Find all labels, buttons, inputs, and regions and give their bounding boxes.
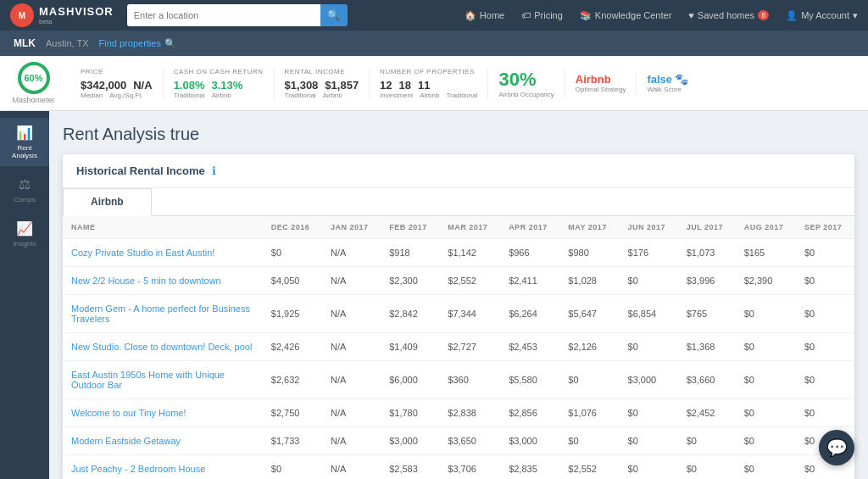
cell-dec2016: $2,750 <box>263 399 322 427</box>
col-sep2017: SEP 2017 <box>796 216 854 239</box>
sidebar-item-rent-analysis[interactable]: 📊 RentAnalysis <box>0 118 49 166</box>
table-container: NAME DEC 2016 JAN 2017 FEB 2017 MAR 2017… <box>63 216 854 479</box>
cell-mar2017: $360 <box>439 361 500 399</box>
search-button[interactable]: 🔍 <box>320 4 348 26</box>
price-label: PRICE <box>81 68 153 75</box>
col-jun2017: JUN 2017 <box>620 216 678 239</box>
cell-mar2017: $1,142 <box>439 239 500 267</box>
logo: M MASHVISOR beta <box>10 3 114 27</box>
optimal-strategy-label: Optimal Strategy <box>576 86 626 93</box>
walk-score-label: Walk Score <box>647 86 694 93</box>
cell-feb2017: $2,842 <box>381 295 439 333</box>
col-may2017: MAY 2017 <box>559 216 619 239</box>
cell-feb2017: $2,583 <box>381 455 439 480</box>
col-aug2017: AUG 2017 <box>736 216 796 239</box>
cell-feb2017: $1,409 <box>381 333 439 361</box>
num-investment-value: 12 <box>380 79 392 92</box>
nav-account[interactable]: 👤 My Account ▾ <box>786 10 858 21</box>
walk-score-value: false 🐾 <box>647 73 694 86</box>
rental-airbnb-value: $1,857 <box>325 79 359 92</box>
airbnb-occ-stat-group: 30% Airbnb Occupancy <box>488 69 565 98</box>
nav-saved[interactable]: ♥ Saved homes 8 <box>688 10 769 20</box>
property-name[interactable]: New Studio. Close to downtown! Deck, poo… <box>63 333 263 361</box>
stats-bar: 60% Mashometer PRICE $342,000 N/A Median… <box>0 56 868 111</box>
cell-dec2016: $0 <box>263 455 322 480</box>
cell-sep2017: $0 <box>796 267 854 295</box>
nav-pricing[interactable]: 🏷 Pricing <box>521 10 563 20</box>
property-name[interactable]: Welcome to our Tiny Home! <box>63 399 263 427</box>
cell-jan2017: N/A <box>322 361 381 399</box>
col-mar2017: MAR 2017 <box>439 216 500 239</box>
cell-mar2017: $2,838 <box>439 399 500 427</box>
search-input[interactable] <box>127 4 320 26</box>
cell-jan2017: N/A <box>322 267 381 295</box>
cell-apr2017: $2,856 <box>500 399 559 427</box>
cell-may2017: $5,647 <box>559 295 619 333</box>
cell-jul2017: $3,996 <box>678 267 736 295</box>
cell-dec2016: $2,426 <box>263 333 322 361</box>
cell-feb2017: $2,300 <box>381 267 439 295</box>
page-title: Rent Analysis true <box>63 125 854 144</box>
info-icon[interactable]: ℹ <box>212 164 216 177</box>
cell-apr2017: $3,000 <box>500 427 559 455</box>
property-name[interactable]: New 2/2 House - 5 min to downtown <box>63 267 263 295</box>
rental-stat-group: RENTAL INCOME $1,308 $1,857 Traditional … <box>275 68 370 99</box>
table-row: New 2/2 House - 5 min to downtown $4,050… <box>63 267 854 295</box>
price-stat-group: PRICE $342,000 N/A Median Avg./Sq.Ft. <box>70 68 164 99</box>
sidebar: 📊 RentAnalysis ⚖ Comps 📈 Insights <box>0 111 49 479</box>
sidebar-insights-label: Insights <box>13 240 36 248</box>
airbnb-occ-label: Airbnb Occupancy <box>498 91 554 98</box>
cell-sep2017: $0 <box>796 239 854 267</box>
coc-airbnb-label: Airbnb <box>212 92 231 99</box>
cell-aug2017: $0 <box>736 427 796 455</box>
historical-table: NAME DEC 2016 JAN 2017 FEB 2017 MAR 2017… <box>63 216 854 479</box>
property-name[interactable]: Just Peachy - 2 Bedroom House <box>63 455 263 480</box>
tab-airbnb[interactable]: Airbnb <box>63 188 152 216</box>
coc-stat-group: CASH ON CASH RETURN 1.08% 3.13% Traditio… <box>164 68 275 99</box>
property-name[interactable]: Modern Eastside Getaway <box>63 427 263 455</box>
cell-jan2017: N/A <box>322 295 381 333</box>
cell-sep2017: $0 <box>796 399 854 427</box>
cell-jun2017: $0 <box>620 267 678 295</box>
optimal-strategy-value: Airbnb <box>576 73 626 86</box>
cell-jul2017: $2,452 <box>678 399 736 427</box>
mashometer-circle: 60% <box>18 62 50 94</box>
coc-label: CASH ON CASH RETURN <box>174 68 264 75</box>
tabs: Airbnb <box>63 188 854 216</box>
chat-bubble[interactable]: 💬 <box>819 430 854 465</box>
nav-home[interactable]: 🏠 Home <box>465 10 504 21</box>
property-name[interactable]: Cozy Private Studio in East Austin! <box>63 239 263 267</box>
sidebar-rent-label: RentAnalysis <box>12 144 37 159</box>
location-label: Austin, TX <box>46 38 89 48</box>
cell-jun2017: $6,854 <box>620 295 678 333</box>
cell-dec2016: $2,632 <box>263 361 322 399</box>
cell-jun2017: $3,000 <box>620 361 678 399</box>
cell-jan2017: N/A <box>322 239 381 267</box>
cell-may2017: $0 <box>559 427 619 455</box>
historical-rental-card: Historical Rental Income ℹ Airbnb NAME D… <box>63 154 854 479</box>
sub-nav: MLK Austin, TX Find properties 🔍 <box>0 31 868 56</box>
sidebar-item-comps[interactable]: ⚖ Comps <box>0 170 49 210</box>
cell-aug2017: $0 <box>736 455 796 480</box>
num-investment-label: Investment <box>380 92 413 99</box>
cell-dec2016: $4,050 <box>263 267 322 295</box>
coc-traditional-value: 1.08% <box>174 79 205 92</box>
property-name[interactable]: Modern Gem - A home perfect for Business… <box>63 295 263 333</box>
rental-traditional-label: Traditional <box>285 92 316 99</box>
table-row: East Austin 1950s Home with Unique Outdo… <box>63 361 854 399</box>
cell-jul2017: $1,368 <box>678 333 736 361</box>
nav-knowledge[interactable]: 📚 Knowledge Center <box>580 10 672 21</box>
cell-jul2017: $1,073 <box>678 239 736 267</box>
cell-jan2017: N/A <box>322 333 381 361</box>
sidebar-item-insights[interactable]: 📈 Insights <box>0 214 49 254</box>
logo-sub: beta <box>39 18 114 25</box>
cell-apr2017: $966 <box>500 239 559 267</box>
cell-feb2017: $3,000 <box>381 427 439 455</box>
find-properties-link[interactable]: Find properties 🔍 <box>99 38 176 49</box>
num-airbnb-value: 18 <box>399 79 411 92</box>
cell-aug2017: $2,390 <box>736 267 796 295</box>
num-traditional-value: 11 <box>418 79 430 92</box>
coc-traditional-label: Traditional <box>174 92 205 99</box>
property-name[interactable]: East Austin 1950s Home with Unique Outdo… <box>63 361 263 399</box>
cell-jul2017: $3,660 <box>678 361 736 399</box>
